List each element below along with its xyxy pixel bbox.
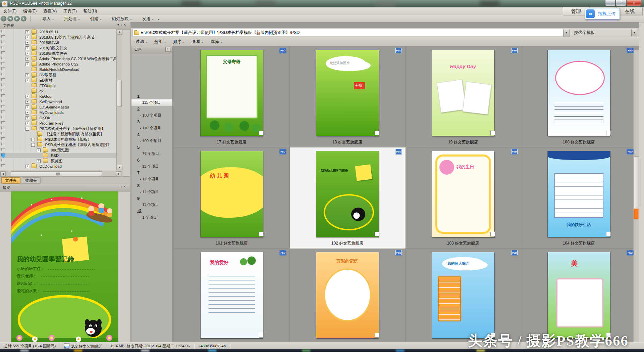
folder-tree-row[interactable]: + Program Files: [0, 121, 116, 126]
tag-shield-icon[interactable]: [1, 41, 5, 45]
tag-shield-icon[interactable]: [1, 148, 5, 153]
folder-tree-row[interactable]: + 2018.05.13沙县玉湖酒店-母亲节: [0, 35, 116, 40]
filter-menu-item[interactable]: 过滤: [131, 37, 150, 45]
thumbnail-cell[interactable]: PSD 100 好文艺旗舰店: [521, 46, 637, 147]
thumbnail-image[interactable]: 美: [548, 252, 610, 338]
filter-menu-item[interactable]: 分组: [150, 37, 168, 45]
grid-vertical-scrollbar[interactable]: [633, 50, 639, 352]
thumbnail-checkbox[interactable]: [606, 131, 611, 135]
tree-expander-icon[interactable]: +: [25, 36, 29, 39]
tag-shield-icon[interactable]: [1, 121, 5, 126]
tag-shield-icon[interactable]: [1, 57, 5, 61]
drag-upload-overlay[interactable]: ∞ 拖拽上传: [585, 8, 620, 19]
tree-expander-icon[interactable]: -: [31, 143, 35, 147]
catalog-group[interactable]: 2 - 108 个项目: [131, 106, 172, 119]
path-field[interactable]: E:\PSD格式成长档案【适合设计师使用】\PSD成长档案模板【新版内附预览图】…: [132, 29, 571, 36]
combo-dropdown-icon[interactable]: ▼: [631, 29, 637, 36]
scroll-down-icon[interactable]: ▼: [117, 165, 122, 170]
nav-button-icon[interactable]: ⌂: [1, 16, 6, 21]
filter-menu-item[interactable]: 排序: [168, 37, 187, 45]
thumbnail-cell[interactable]: PSD 父母寄语 17 好文艺旗舰店: [174, 46, 290, 147]
catalog-group[interactable]: 8 - 11 个项目: [131, 182, 172, 195]
scroll-left-icon[interactable]: ◀: [0, 171, 6, 176]
folder-tree-row[interactable]: + DV取景框: [0, 72, 116, 78]
minimize-button[interactable]: ─: [605, 0, 615, 6]
toolbar-button[interactable]: 批处理: [57, 15, 83, 22]
tree-horizontal-scrollbar[interactable]: ◀ ▶: [0, 171, 122, 176]
tag-shield-icon[interactable]: [1, 116, 5, 121]
menu-item[interactable]: 查看(V): [40, 7, 60, 15]
tree-expander-icon[interactable]: +: [25, 122, 29, 125]
pin-icon[interactable]: т: [120, 23, 123, 27]
scroll-right-icon[interactable]: ▶: [116, 171, 121, 176]
tree-expander-icon[interactable]: +: [25, 57, 29, 61]
tag-shield-icon[interactable]: [1, 30, 5, 35]
thumbnail-checkbox[interactable]: [490, 131, 495, 135]
toolbar-button[interactable]: 创建: [83, 15, 104, 22]
close-button[interactable]: ✕: [627, 0, 641, 6]
folder-tree-row[interactable]: + 预览图: [0, 158, 116, 164]
tree-expander-icon[interactable]: +: [31, 138, 35, 141]
folder-tree-row[interactable]: BaiduNetdiskDownload: [0, 67, 116, 72]
tree-expander-icon[interactable]: +: [25, 95, 29, 98]
tag-shield-icon[interactable]: [1, 137, 5, 142]
thumbnail-cell[interactable]: PSD 我的個人簡介: [405, 248, 521, 342]
thumbnail-image[interactable]: 我的個人簡介: [432, 252, 494, 338]
folder-tree-row[interactable]: + 2018摄像文件夹: [0, 51, 116, 56]
thumbnail-cell[interactable]: PSD 此处添加照片 幸福 18 好文艺旗舰店: [289, 46, 406, 147]
folder-tree-row[interactable]: gx: [0, 88, 116, 94]
thumbnail-cell[interactable]: PSD 五彩的记忆: [289, 248, 406, 342]
thumbnail-checkbox[interactable]: [375, 232, 379, 236]
mode-tab[interactable]: 在线: [616, 7, 643, 15]
tag-shield-icon[interactable]: [1, 164, 5, 169]
maximize-button[interactable]: ▢: [616, 0, 626, 6]
catalog-group[interactable]: 5 - 76 个项目: [131, 144, 172, 157]
tag-shield-icon[interactable]: [1, 78, 5, 83]
tree-expander-icon[interactable]: +: [25, 79, 29, 82]
thumbnail-cell[interactable]: PSD 我的爱好: [174, 248, 290, 342]
thumbnail-cell[interactable]: PSD 我的生日 103 好文艺旗舰店: [405, 147, 521, 249]
tag-shield-icon[interactable]: [1, 62, 5, 67]
menu-item[interactable]: 编辑(E): [20, 7, 40, 15]
thumbnail-checkbox[interactable]: [490, 232, 495, 236]
catalog-group[interactable]: 3 - 110 个项目: [131, 119, 172, 131]
catalog-group[interactable]: 4 - 109 个项目: [131, 131, 172, 144]
thumbnail-image[interactable]: 我的幼儿园学习记录: [316, 151, 379, 237]
tag-shield-icon[interactable]: [1, 73, 5, 78]
toolbar-overflow-icon[interactable]: ▾: [158, 15, 160, 21]
tag-shield-icon[interactable]: [1, 159, 5, 164]
folder-tree-row[interactable]: - PSD格式成长档案【适合设计师使用】: [0, 126, 116, 131]
tree-expander-icon[interactable]: +: [25, 100, 29, 104]
thumbnail-checkbox[interactable]: [259, 131, 264, 135]
thumbnail-checkbox[interactable]: [606, 232, 611, 236]
folder-tree-row[interactable]: + 2018教程盘: [0, 40, 116, 45]
tag-shield-icon[interactable]: [1, 100, 5, 104]
folder-tree-row[interactable]: + 000预览图: [0, 147, 116, 153]
filter-menu-item[interactable]: 选择: [206, 37, 225, 45]
tree-vertical-scrollbar[interactable]: ▲ ▼: [116, 29, 122, 170]
filter-menu-item[interactable]: 查看: [187, 37, 206, 45]
folder-tree-row[interactable]: + 2018拍照文件夹: [0, 45, 116, 51]
thumbnail-cell[interactable]: PSD 我的幼儿园学习记录 102 好文艺旗舰店: [289, 147, 406, 249]
thumbnail-cell[interactable]: PSD 美: [521, 248, 637, 342]
tree-expander-icon[interactable]: -: [25, 127, 29, 131]
folder-tree-row[interactable]: FFOutput: [0, 83, 116, 88]
menu-item[interactable]: 文件(F): [0, 7, 20, 15]
thumbnail-image[interactable]: 幼 儿 园: [201, 151, 263, 237]
tag-shield-icon[interactable]: [1, 143, 5, 147]
path-dropdown-icon[interactable]: ▼: [563, 29, 570, 37]
toolbar-button[interactable]: 发送: [135, 15, 156, 22]
folder-tree-row[interactable]: 【注意：新版和旧版 有部分重复】: [0, 131, 116, 137]
tree-expander-icon[interactable]: +: [25, 111, 29, 115]
folder-tree-row[interactable]: + 2018.05.11: [0, 29, 116, 35]
grid-scroll-thumb[interactable]: [634, 157, 639, 209]
folder-tree-row[interactable]: PSD: [0, 153, 116, 158]
tree-vscroll-thumb[interactable]: [117, 80, 122, 107]
catalog-group[interactable]: 成 - 1 个项目: [131, 208, 172, 221]
folders-tab[interactable]: 文件夹: [1, 177, 20, 184]
tree-expander-icon[interactable]: +: [37, 159, 41, 163]
close-panel-icon[interactable]: ✕: [123, 23, 127, 27]
tree-expander-icon[interactable]: +: [25, 116, 29, 120]
toolbar-button[interactable]: 导入: [35, 15, 57, 22]
thumbnail-image[interactable]: Happy Day: [432, 50, 494, 136]
